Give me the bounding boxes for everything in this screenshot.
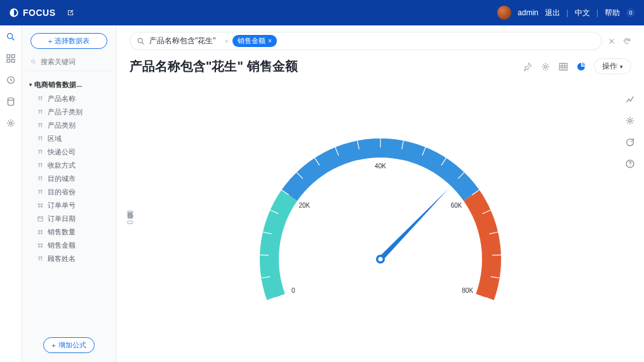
tree-item-label: 收款方式 <box>48 161 76 170</box>
tree-item[interactable]: 目的城市 <box>27 172 111 185</box>
tree-item[interactable]: 产品名称 <box>27 92 111 105</box>
rightrail <box>616 94 644 169</box>
chip-close-icon[interactable]: × <box>268 37 272 44</box>
title-actions: 操作▾ <box>523 58 631 74</box>
tree-item[interactable]: 订单单号 <box>27 199 111 212</box>
svg-text:60K: 60K <box>451 201 462 208</box>
pin-icon[interactable] <box>523 62 533 72</box>
history-nav-icon[interactable] <box>6 75 16 85</box>
remove-filter-icon[interactable]: × <box>225 37 229 45</box>
query-input[interactable]: 产品名称包含"花生" × 销售金额× <box>130 32 602 50</box>
left-search-input[interactable] <box>41 58 107 65</box>
actions-button[interactable]: 操作▾ <box>594 58 631 74</box>
svg-point-41 <box>379 257 383 261</box>
topbar-left: FOCUS <box>9 8 75 18</box>
tree-item[interactable]: 收款方式 <box>27 159 111 172</box>
tree-item-label: 销售数量 <box>48 227 76 237</box>
search-icon <box>137 37 145 46</box>
gauge-chart: 020K40K60K80K <box>215 113 546 354</box>
tree-item[interactable]: 订单日期 <box>27 212 111 225</box>
svg-text:80K: 80K <box>462 286 473 293</box>
iconrail <box>0 25 22 362</box>
tree-item[interactable]: 区域 <box>27 132 111 145</box>
query-actions <box>607 37 631 46</box>
separator: | <box>596 8 598 17</box>
leftpanel: +选择数据表 电商销售数据... 产品名称产品子类别产品类别区域快递公司收款方式… <box>22 25 117 362</box>
tree-item[interactable]: 产品子类别 <box>27 105 111 119</box>
dashboard-nav-icon[interactable] <box>6 53 16 64</box>
tree-root[interactable]: 电商销售数据... <box>27 77 111 92</box>
reload-icon[interactable] <box>625 137 635 147</box>
topbar-user[interactable]: admin <box>518 8 539 17</box>
svg-text:40K: 40K <box>375 162 386 169</box>
tree-item[interactable]: 销售金额 <box>27 239 111 252</box>
config-icon[interactable] <box>625 116 635 126</box>
svg-rect-2 <box>11 55 15 58</box>
tree-item-label: 顾客姓名 <box>48 254 76 264</box>
tree-item[interactable]: 快递公司 <box>27 145 111 159</box>
svg-point-42 <box>629 119 631 122</box>
help-icon[interactable] <box>625 159 635 169</box>
help-badge[interactable]: 0 <box>626 8 635 17</box>
tree-item-label: 销售金额 <box>48 241 76 250</box>
tree-item[interactable]: 目的省份 <box>27 185 111 199</box>
svg-point-44 <box>629 166 630 166</box>
brand-text: FOCUS <box>23 8 56 18</box>
svg-text:0: 0 <box>292 286 295 293</box>
avatar[interactable] <box>497 6 511 20</box>
topbar-right: admin 退出 | 中文 | 帮助 0 <box>497 6 635 20</box>
gear-icon[interactable] <box>540 62 551 72</box>
edit-icon[interactable] <box>66 8 75 17</box>
svg-rect-1 <box>7 55 10 58</box>
logo-icon <box>9 8 19 18</box>
page-title: 产品名称包含"花生" 销售金额 <box>130 58 298 75</box>
svg-text:20K: 20K <box>299 201 311 208</box>
analytics-icon[interactable] <box>625 94 635 104</box>
search-nav-icon[interactable] <box>6 32 16 42</box>
topbar: FOCUS admin 退出 | 中文 | 帮助 0 <box>0 0 644 25</box>
chartarea: 销售金额(总和) 020K40K60K80K <box>117 83 644 362</box>
topbar-lang[interactable]: 中文 <box>575 8 590 18</box>
svg-rect-3 <box>7 59 10 62</box>
query-filter-text: 产品名称包含"花生" <box>149 36 218 46</box>
svg-point-7 <box>10 122 12 124</box>
select-source-button[interactable]: +选择数据表 <box>30 33 107 49</box>
tree-item[interactable]: 销售数量 <box>27 225 111 239</box>
data-nav-icon[interactable] <box>6 97 16 107</box>
tree-item-label: 产品类别 <box>48 121 76 130</box>
svg-point-6 <box>8 98 13 100</box>
tree-item-label: 订单单号 <box>48 201 76 210</box>
tree-item[interactable]: 顾客姓名 <box>27 252 111 265</box>
search-icon <box>30 58 37 65</box>
titlebar: 产品名称包含"花生" 销售金额 操作▾ <box>117 54 644 83</box>
clear-icon[interactable] <box>607 37 616 46</box>
separator: | <box>567 8 568 17</box>
settings-nav-icon[interactable] <box>6 118 16 128</box>
add-formula-button[interactable]: +增加公式 <box>43 337 94 353</box>
query-chip[interactable]: 销售金额× <box>232 35 277 47</box>
svg-rect-4 <box>11 59 15 62</box>
refresh-icon[interactable] <box>622 37 631 46</box>
topbar-logout[interactable]: 退出 <box>545 8 560 18</box>
svg-point-8 <box>32 60 35 63</box>
svg-rect-12 <box>560 63 567 70</box>
y-axis-label: 销售金额(总和) <box>126 220 135 225</box>
left-search[interactable] <box>27 58 111 71</box>
topbar-help[interactable]: 帮助 <box>605 8 620 18</box>
chart-icon[interactable] <box>576 62 586 72</box>
tree-item-label: 区域 <box>48 134 62 144</box>
tree-item-label: 订单日期 <box>48 214 76 224</box>
table-icon[interactable] <box>558 62 568 72</box>
svg-point-0 <box>7 34 12 39</box>
tree-item-label: 快递公司 <box>48 147 76 157</box>
tree-item-label: 目的城市 <box>48 174 76 184</box>
tree-item[interactable]: 产品类别 <box>27 119 111 132</box>
querybar: 产品名称包含"花生" × 销售金额× <box>117 25 644 54</box>
tree-item-label: 产品名称 <box>48 94 76 104</box>
field-tree: 电商销售数据... 产品名称产品子类别产品类别区域快递公司收款方式目的城市目的省… <box>27 77 111 265</box>
svg-marker-39 <box>379 189 448 261</box>
tree-item-label: 产品子类别 <box>48 107 83 117</box>
logo[interactable]: FOCUS <box>9 8 56 18</box>
svg-point-10 <box>138 38 142 43</box>
svg-point-11 <box>544 65 547 68</box>
